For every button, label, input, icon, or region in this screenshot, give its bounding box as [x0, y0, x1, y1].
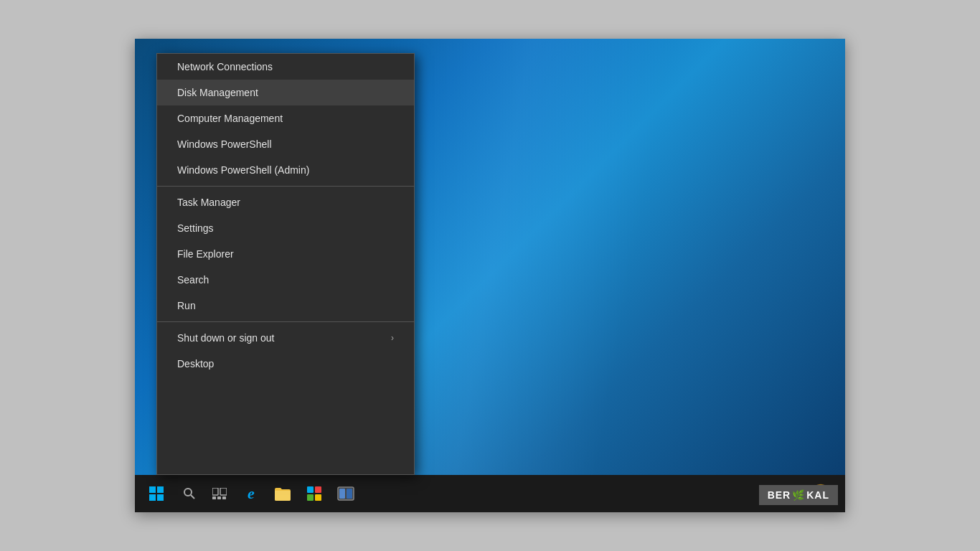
menu-item-windows-powershell-admin[interactable]: Windows PowerShell (Admin) [157, 157, 414, 183]
pictures-taskbar-icon [337, 486, 354, 501]
svg-rect-10 [315, 494, 321, 501]
start-button[interactable] [138, 475, 175, 512]
taskbar-ie-button[interactable]: e [235, 475, 267, 512]
store-icon [306, 486, 322, 501]
svg-rect-7 [307, 486, 314, 493]
menu-item-search[interactable]: Search [157, 267, 414, 293]
taskbar-pics-button[interactable] [330, 475, 362, 512]
menu-divider-2 [157, 321, 414, 322]
svg-rect-6 [222, 496, 226, 499]
menu-divider-1 [157, 186, 414, 187]
desktop: 🖼️ Pic Network Connections Disk Manageme… [135, 39, 845, 512]
svg-rect-2 [212, 488, 218, 495]
taskbar-folder-button[interactable] [267, 475, 298, 512]
menu-item-settings[interactable]: Settings [157, 215, 414, 241]
watermark-text: BER🌿KAL [768, 489, 829, 501]
svg-rect-5 [217, 496, 221, 499]
svg-rect-9 [307, 494, 314, 501]
menu-item-disk-management[interactable]: Disk Management [157, 80, 414, 105]
watermark-leaf-icon: 🌿 [792, 489, 805, 501]
svg-rect-13 [347, 489, 352, 499]
menu-item-network-connections[interactable]: Network Connections [157, 54, 414, 80]
menu-item-run[interactable]: Run [157, 293, 414, 319]
menu-item-shut-down[interactable]: Shut down or sign out › [157, 325, 414, 351]
watermark: BER🌿KAL [759, 485, 838, 505]
menu-item-computer-management[interactable]: Computer Management [157, 105, 414, 131]
search-icon [183, 487, 196, 500]
svg-rect-4 [212, 496, 216, 499]
menu-item-windows-powershell[interactable]: Windows PowerShell [157, 131, 414, 157]
svg-line-1 [191, 495, 194, 499]
svg-point-0 [184, 489, 192, 496]
ie-icon: e [248, 484, 255, 503]
windows-logo-icon [149, 486, 164, 501]
chevron-right-icon: › [391, 333, 394, 343]
screenshot-frame: 🖼️ Pic Network Connections Disk Manageme… [135, 39, 845, 512]
svg-rect-3 [220, 488, 227, 495]
taskbar-store-button[interactable] [298, 475, 330, 512]
menu-item-desktop[interactable]: Desktop [157, 351, 414, 377]
taskbar: e [135, 475, 845, 512]
task-view-button[interactable] [204, 475, 235, 512]
context-menu: Network Connections Disk Management Comp… [156, 53, 415, 475]
svg-rect-8 [315, 486, 321, 493]
folder-icon [274, 486, 291, 501]
taskbar-search-button[interactable] [175, 475, 204, 512]
menu-item-task-manager[interactable]: Task Manager [157, 189, 414, 215]
menu-item-file-explorer[interactable]: File Explorer [157, 241, 414, 267]
task-view-icon [212, 488, 227, 499]
svg-rect-12 [339, 489, 345, 499]
